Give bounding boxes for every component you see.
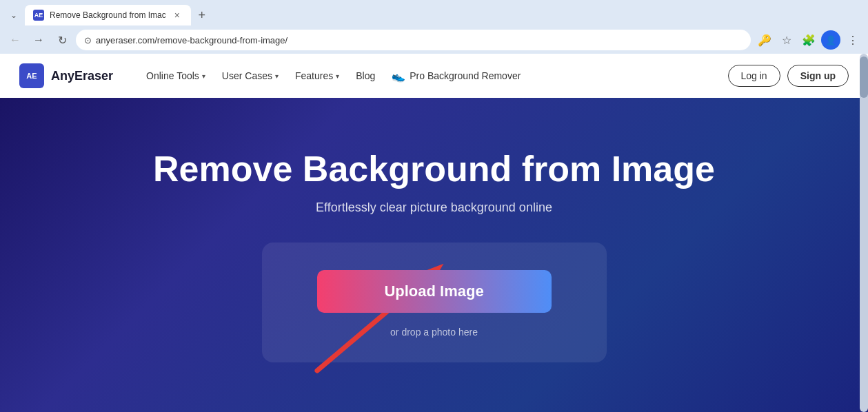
site-nav: AE AnyEraser Online Tools ▾ User Cases ▾… bbox=[0, 54, 868, 98]
login-button[interactable]: Log in bbox=[728, 65, 780, 87]
tab-group: AE Remove Background from Imac × + bbox=[25, 5, 212, 25]
nav-online-tools[interactable]: Online Tools ▾ bbox=[141, 68, 211, 84]
address-text: anyeraser.com/remove-background-from-ima… bbox=[96, 35, 743, 45]
nav-user-cases[interactable]: User Cases ▾ bbox=[216, 68, 284, 84]
logo-text: AnyEraser bbox=[51, 69, 113, 83]
browser-toolbar: ← → ↻ ⊙ anyeraser.com/remove-background-… bbox=[0, 26, 868, 54]
nav-pro-remover[interactable]: 👟 Pro Background Remover bbox=[386, 67, 526, 85]
hero-subtitle: Effortlessly clear picture background on… bbox=[316, 200, 552, 215]
address-security-icon: ⊙ bbox=[84, 35, 92, 45]
nav-blog[interactable]: Blog bbox=[350, 68, 381, 84]
upload-area: Upload Image or drop a photo here bbox=[262, 243, 607, 362]
signup-button[interactable]: Sign up bbox=[787, 65, 849, 87]
nav-online-tools-label: Online Tools bbox=[146, 70, 199, 81]
online-tools-chevron-icon: ▾ bbox=[202, 72, 205, 80]
star-icon[interactable]: ☆ bbox=[777, 30, 796, 50]
website-content: AE AnyEraser Online Tools ▾ User Cases ▾… bbox=[0, 54, 868, 412]
new-tab-button[interactable]: + bbox=[192, 6, 212, 25]
pro-label: Pro Background Remover bbox=[410, 70, 521, 81]
features-chevron-icon: ▾ bbox=[336, 72, 339, 80]
browser-chrome: ⌄ AE Remove Background from Imac × + ← →… bbox=[0, 0, 868, 54]
pro-icon: 👟 bbox=[392, 70, 405, 83]
back-button[interactable]: ← bbox=[6, 30, 25, 50]
tab-close-button[interactable]: × bbox=[172, 10, 183, 21]
forward-button[interactable]: → bbox=[29, 30, 48, 50]
scrollbar-thumb[interactable] bbox=[860, 56, 868, 98]
user-cases-chevron-icon: ▾ bbox=[275, 72, 279, 80]
more-menu-button[interactable]: ⋮ bbox=[843, 30, 862, 50]
site-logo[interactable]: AE AnyEraser bbox=[19, 63, 113, 88]
nav-user-cases-label: User Cases bbox=[222, 70, 272, 81]
active-tab[interactable]: AE Remove Background from Imac × bbox=[25, 5, 191, 25]
tab-bar: ⌄ AE Remove Background from Imac × + bbox=[0, 0, 868, 26]
key-icon[interactable]: 🔑 bbox=[755, 30, 774, 50]
user-avatar[interactable]: 👤 bbox=[821, 30, 840, 50]
extension-icon[interactable]: 🧩 bbox=[799, 30, 818, 50]
nav-features[interactable]: Features ▾ bbox=[290, 68, 345, 84]
upload-image-button[interactable]: Upload Image bbox=[317, 270, 552, 313]
drop-text: or drop a photo here bbox=[390, 327, 478, 338]
tab-title: Remove Background from Imac bbox=[50, 10, 166, 20]
tab-favicon: AE bbox=[33, 10, 44, 21]
hero-title: Remove Background from Image bbox=[153, 148, 715, 189]
toolbar-actions: 🔑 ☆ 🧩 👤 ⋮ bbox=[755, 30, 862, 50]
logo-box: AE bbox=[19, 63, 44, 88]
nav-features-label: Features bbox=[295, 70, 333, 81]
address-bar[interactable]: ⊙ anyeraser.com/remove-background-from-i… bbox=[76, 30, 751, 50]
nav-links: Online Tools ▾ User Cases ▾ Features ▾ B… bbox=[141, 67, 711, 85]
hero-section: Remove Background from Image Effortlessl… bbox=[0, 98, 868, 412]
refresh-button[interactable]: ↻ bbox=[52, 30, 72, 50]
tab-list-button[interactable]: ⌄ bbox=[6, 7, 22, 23]
nav-actions: Log in Sign up bbox=[728, 65, 849, 87]
scrollbar[interactable] bbox=[860, 54, 868, 412]
